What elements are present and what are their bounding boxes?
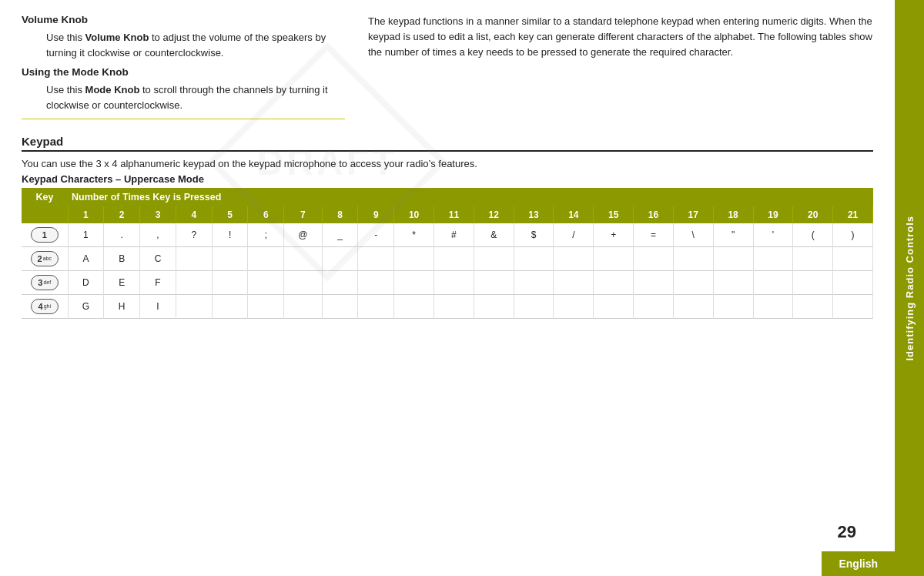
- right-col-text: The keypad functions in a manner similar…: [368, 14, 873, 60]
- sub-header-6: 6: [248, 206, 284, 223]
- table-row: 4 ghi G H I: [22, 294, 873, 318]
- sub-header-9: 9: [358, 206, 394, 223]
- top-columns: Volume Knob Use this Volume Knob to adju…: [22, 14, 873, 127]
- table-header-times: Number of Times Key is Pressed: [68, 188, 873, 206]
- key-badge-1: 1: [31, 227, 59, 243]
- table-row: 2 abc A B C: [22, 246, 873, 270]
- sub-header-21: 21: [833, 206, 873, 223]
- mode-knob-heading: Using the Mode Knob: [22, 66, 345, 78]
- mode-knob-text: Use this Mode Knob to scroll through the…: [46, 82, 345, 112]
- key-badge-4: 4 ghi: [31, 299, 59, 314]
- key-cell-3: 3 def: [22, 270, 68, 294]
- right-sidebar: Identifying Radio Controls: [895, 0, 924, 576]
- sub-header-8: 8: [322, 206, 358, 223]
- right-col: The keypad functions in a manner similar…: [368, 14, 873, 127]
- mode-knob-bold: Mode Knob: [85, 84, 140, 95]
- sub-header-13: 13: [514, 206, 554, 223]
- keypad-table: Key Number of Times Key is Pressed 1 2 3…: [22, 188, 873, 319]
- keypad-intro: You can use the 3 x 4 alphanumeric keypa…: [22, 156, 873, 172]
- left-col: Volume Knob Use this Volume Knob to adju…: [22, 14, 345, 127]
- page-container: DRAFT Volume Knob Use this Volume Knob t…: [0, 0, 924, 576]
- sidebar-text: Identifying Radio Controls: [904, 216, 916, 361]
- volume-knob-text: Use this Volume Knob to adjust the volum…: [46, 30, 345, 60]
- keypad-heading: Keypad: [22, 135, 873, 152]
- volume-knob-bold: Volume Knob: [85, 32, 149, 43]
- sub-header-19: 19: [753, 206, 793, 223]
- sub-header-2: 2: [104, 206, 140, 223]
- page-number: 29: [838, 522, 856, 542]
- sub-header-empty: [22, 206, 68, 223]
- sub-header-16: 16: [634, 206, 674, 223]
- sub-header-20: 20: [793, 206, 833, 223]
- table-header-row-2: 1 2 3 4 5 6 7 8 9 10 11 12 13 14: [22, 206, 873, 223]
- main-content: DRAFT Volume Knob Use this Volume Knob t…: [0, 0, 895, 576]
- sub-header-3: 3: [140, 206, 176, 223]
- divider-line: [22, 119, 345, 119]
- sub-header-4: 4: [176, 206, 212, 223]
- english-badge: English: [822, 551, 895, 576]
- keypad-table-heading: Keypad Characters – Uppercase Mode: [22, 173, 873, 185]
- key-cell-4: 4 ghi: [22, 294, 68, 318]
- key-cell-1: 1: [22, 223, 68, 247]
- sub-header-18: 18: [713, 206, 753, 223]
- key-cell-2: 2 abc: [22, 246, 68, 270]
- sub-header-12: 12: [474, 206, 514, 223]
- sub-header-7: 7: [284, 206, 322, 223]
- sub-header-14: 14: [554, 206, 594, 223]
- sub-header-5: 5: [212, 206, 248, 223]
- volume-knob-heading: Volume Knob: [22, 14, 345, 25]
- table-row: 1 1 . , ? ! ; @ _ - * # &: [22, 223, 873, 247]
- table-header-row-1: Key Number of Times Key is Pressed: [22, 188, 873, 206]
- sub-header-15: 15: [594, 206, 634, 223]
- keypad-section: Keypad You can use the 3 x 4 alphanumeri…: [22, 135, 873, 319]
- sub-header-1: 1: [68, 206, 104, 223]
- table-row: 3 def D E F: [22, 270, 873, 294]
- sub-header-10: 10: [394, 206, 434, 223]
- sub-header-11: 11: [434, 206, 474, 223]
- table-header-key: Key: [22, 188, 68, 206]
- key-badge-3: 3 def: [31, 275, 59, 290]
- key-badge-2: 2 abc: [31, 251, 59, 266]
- sub-header-17: 17: [673, 206, 713, 223]
